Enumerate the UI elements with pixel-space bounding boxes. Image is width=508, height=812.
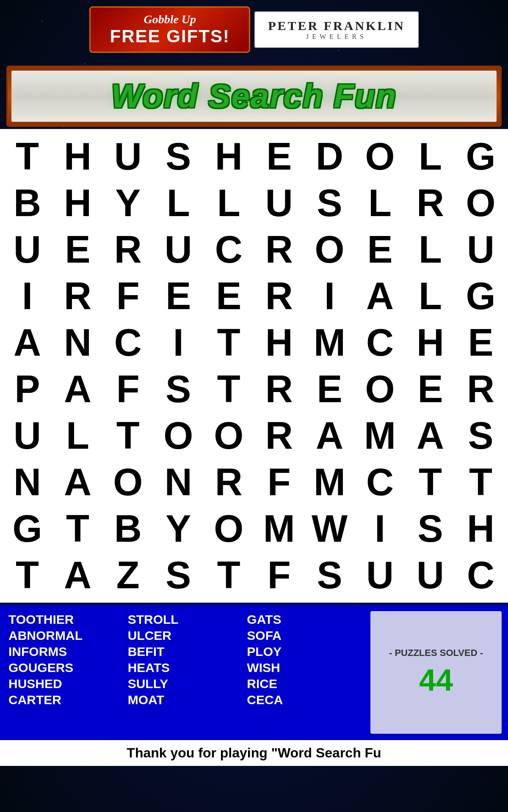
grid-cell[interactable]: P: [2, 366, 52, 412]
grid-cell[interactable]: O: [153, 412, 204, 459]
grid-cell[interactable]: R: [254, 273, 304, 319]
word-item[interactable]: HUSHED: [8, 677, 124, 691]
grid-cell[interactable]: F: [254, 552, 304, 598]
word-item[interactable]: ULCER: [128, 628, 243, 643]
grid-cell[interactable]: L: [355, 180, 405, 226]
grid-cell[interactable]: T: [52, 505, 103, 552]
word-item[interactable]: WISH: [247, 661, 362, 675]
word-item[interactable]: GATS: [247, 612, 362, 627]
word-item[interactable]: CECA: [247, 693, 362, 707]
grid-cell[interactable]: B: [2, 180, 52, 226]
grid-cell[interactable]: T: [204, 552, 254, 598]
grid-cell[interactable]: C: [103, 319, 153, 366]
grid-cell[interactable]: O: [355, 133, 405, 180]
grid-cell[interactable]: U: [456, 226, 506, 273]
grid-cell[interactable]: S: [153, 366, 204, 412]
grid-cell[interactable]: E: [52, 226, 103, 273]
grid-cell[interactable]: S: [153, 552, 204, 598]
grid-cell[interactable]: M: [254, 505, 304, 552]
grid-cell[interactable]: T: [204, 366, 254, 412]
grid-cell[interactable]: E: [304, 366, 355, 412]
grid-cell[interactable]: F: [254, 459, 304, 505]
grid-cell[interactable]: O: [355, 366, 405, 412]
grid-cell[interactable]: R: [254, 226, 304, 273]
grid-cell[interactable]: T: [2, 133, 52, 180]
grid-cell[interactable]: U: [2, 412, 52, 459]
grid-cell[interactable]: G: [2, 505, 52, 552]
grid-cell[interactable]: T: [204, 319, 254, 366]
grid-cell[interactable]: I: [2, 273, 52, 319]
grid-cell[interactable]: W: [304, 505, 355, 552]
grid-cell[interactable]: U: [2, 226, 52, 273]
grid-cell[interactable]: L: [153, 180, 204, 226]
grid-cell[interactable]: R: [405, 180, 456, 226]
grid-cell[interactable]: S: [405, 505, 456, 552]
gobble-banner[interactable]: Gobble Up FREE GIFTS!: [89, 6, 250, 53]
grid-cell[interactable]: T: [405, 459, 456, 505]
word-item[interactable]: GOUGERS: [8, 661, 124, 675]
grid-cell[interactable]: I: [304, 273, 355, 319]
grid-cell[interactable]: M: [304, 459, 355, 505]
grid-cell[interactable]: A: [405, 412, 456, 459]
grid-cell[interactable]: L: [405, 226, 456, 273]
grid-cell[interactable]: T: [456, 459, 506, 505]
grid-cell[interactable]: S: [456, 412, 506, 459]
grid-cell[interactable]: O: [103, 459, 153, 505]
grid-cell[interactable]: O: [204, 505, 254, 552]
grid-cell[interactable]: I: [153, 319, 204, 366]
grid-cell[interactable]: R: [103, 226, 153, 273]
grid-cell[interactable]: Y: [153, 505, 204, 552]
word-item[interactable]: MOAT: [128, 693, 243, 707]
grid-cell[interactable]: C: [204, 226, 254, 273]
grid-cell[interactable]: R: [456, 366, 506, 412]
word-item[interactable]: INFORMS: [8, 645, 124, 659]
grid-cell[interactable]: I: [355, 505, 405, 552]
grid-cell[interactable]: F: [103, 366, 153, 412]
grid-cell[interactable]: R: [52, 273, 103, 319]
grid-cell[interactable]: C: [355, 459, 405, 505]
grid-cell[interactable]: H: [52, 180, 103, 226]
grid-cell[interactable]: F: [103, 273, 153, 319]
grid-cell[interactable]: L: [405, 273, 456, 319]
grid-cell[interactable]: A: [52, 552, 103, 598]
grid-cell[interactable]: G: [456, 133, 506, 180]
grid-cell[interactable]: A: [52, 366, 103, 412]
grid-cell[interactable]: G: [456, 273, 506, 319]
word-item[interactable]: SULLY: [128, 677, 243, 691]
grid-cell[interactable]: H: [204, 133, 254, 180]
grid-cell[interactable]: C: [456, 552, 506, 598]
word-item[interactable]: BEFIT: [128, 645, 243, 659]
grid-cell[interactable]: E: [456, 319, 506, 366]
grid-cell[interactable]: O: [456, 180, 506, 226]
grid-cell[interactable]: A: [355, 273, 405, 319]
grid-cell[interactable]: A: [52, 459, 103, 505]
grid-cell[interactable]: H: [456, 505, 506, 552]
grid-cell[interactable]: A: [304, 412, 355, 459]
grid-cell[interactable]: U: [153, 226, 204, 273]
grid-cell[interactable]: U: [103, 133, 153, 180]
grid-cell[interactable]: N: [52, 319, 103, 366]
grid-cell[interactable]: T: [103, 412, 153, 459]
grid-cell[interactable]: R: [204, 459, 254, 505]
word-item[interactable]: HEATS: [128, 661, 243, 675]
word-item[interactable]: STROLL: [128, 612, 243, 627]
grid-cell[interactable]: D: [304, 133, 355, 180]
grid-cell[interactable]: H: [405, 319, 456, 366]
grid-cell[interactable]: L: [405, 133, 456, 180]
grid-cell[interactable]: R: [254, 366, 304, 412]
word-item[interactable]: PLOY: [247, 645, 362, 659]
grid-cell[interactable]: E: [405, 366, 456, 412]
grid-cell[interactable]: E: [153, 273, 204, 319]
grid-cell[interactable]: U: [405, 552, 456, 598]
grid-cell[interactable]: E: [355, 226, 405, 273]
grid-cell[interactable]: N: [2, 459, 52, 505]
word-item[interactable]: SOFA: [247, 628, 362, 643]
grid-cell[interactable]: E: [254, 133, 304, 180]
grid-cell[interactable]: M: [304, 319, 355, 366]
word-item[interactable]: RICE: [247, 677, 362, 691]
grid-cell[interactable]: N: [153, 459, 204, 505]
grid-cell[interactable]: A: [2, 319, 52, 366]
grid-cell[interactable]: E: [204, 273, 254, 319]
grid-cell[interactable]: Z: [103, 552, 153, 598]
grid-cell[interactable]: S: [304, 552, 355, 598]
